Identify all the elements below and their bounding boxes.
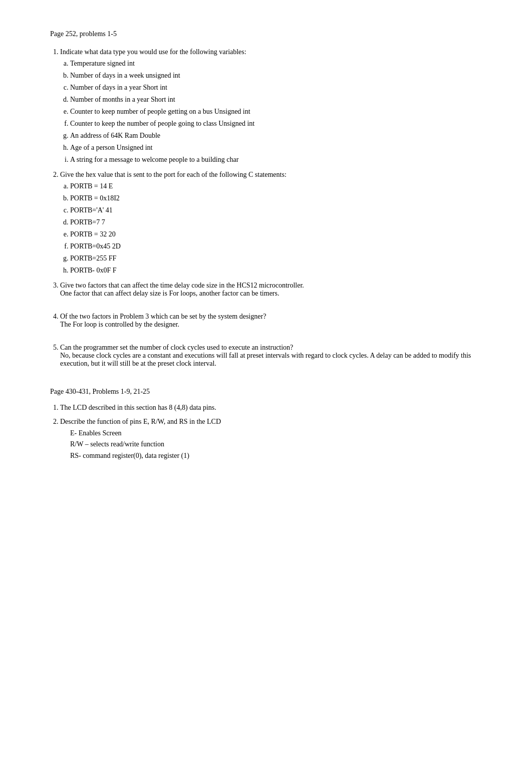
list-item: Number of days in a week unsigned int <box>70 70 492 81</box>
problem-5-answer: No, because clock cycles are a constant … <box>60 352 492 368</box>
list-item: E- Enables Screen <box>70 428 492 439</box>
list-item: Temperature signed int <box>70 58 492 69</box>
page2-header: Page 430-431, Problems 1-9, 21-25 <box>50 388 492 396</box>
problem-2: Give the hex value that is sent to the p… <box>60 171 492 276</box>
problem-5: Can the programmer set the number of clo… <box>60 344 492 368</box>
list-item: PORTB=7 7 <box>70 217 492 227</box>
problem-4-question: Of the two factors in Problem 3 which ca… <box>60 313 266 320</box>
list-item: Age of a person Unsigned int <box>70 142 492 153</box>
page2-problem-2-question: Describe the function of pins E, R/W, an… <box>60 418 221 425</box>
list-item: PORTB='A' 41 <box>70 205 492 215</box>
list-item: An address of 64K Ram Double <box>70 130 492 141</box>
list-item: PORTB=255 FF <box>70 253 492 264</box>
list-item: Counter to keep the number of people goi… <box>70 118 492 129</box>
page2-problem-2: Describe the function of pins E, R/W, an… <box>60 418 492 461</box>
list-item: PORTB = 32 20 <box>70 229 492 239</box>
problem-3-question: Give two factors that can affect the tim… <box>60 282 304 289</box>
page1-header: Page 252, problems 1-5 <box>50 30 492 38</box>
list-item: Counter to keep number of people getting… <box>70 106 492 117</box>
list-item: R/W – selects read/write function <box>70 439 492 450</box>
list-item: RS- command register(0), data register (… <box>70 450 492 461</box>
list-item: PORTB = 14 E <box>70 181 492 191</box>
problem-5-question: Can the programmer set the number of clo… <box>60 344 293 351</box>
list-item: Number of months in a year Short int <box>70 94 492 105</box>
list-item: PORTB = 0x18I2 <box>70 193 492 203</box>
list-item: Number of days in a year Short int <box>70 82 492 93</box>
problem-4-answer: The For loop is controlled by the design… <box>60 321 492 329</box>
list-item: A string for a message to welcome people… <box>70 154 492 165</box>
problem-3: Give two factors that can affect the tim… <box>60 282 492 298</box>
problem-2-question: Give the hex value that is sent to the p… <box>60 171 287 178</box>
problem-1: Indicate what data type you would use fo… <box>60 48 492 165</box>
problem-1-question: Indicate what data type you would use fo… <box>60 48 246 56</box>
list-item: PORTB=0x45 2D <box>70 241 492 251</box>
page2-problem-1: The LCD described in this section has 8 … <box>60 404 492 412</box>
list-item: PORTB- 0x0F F <box>70 265 492 276</box>
problem-3-answer: One factor that can affect delay size is… <box>60 290 492 298</box>
page2-problem-1-text: The LCD described in this section has 8 … <box>60 404 216 411</box>
problem-4: Of the two factors in Problem 3 which ca… <box>60 313 492 329</box>
